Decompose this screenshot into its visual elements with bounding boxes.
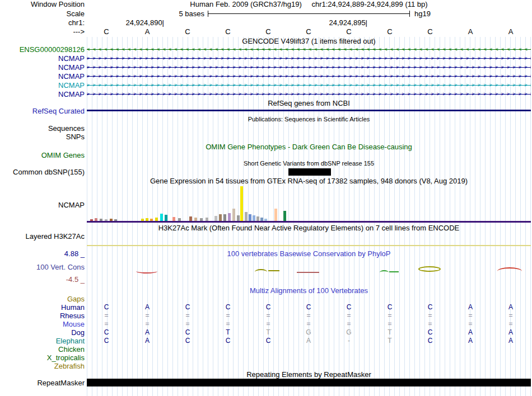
strand-arrows: >>>>>>>>>>>>>>>>>>>>>>>>>>>>>>>>>>>>>>>>… (87, 54, 531, 63)
gtex-expression-bar[interactable] (146, 218, 148, 221)
gtex-expression-bar[interactable] (245, 212, 248, 221)
gtex-expression-bar[interactable] (219, 214, 222, 221)
gtex-expression-bar[interactable] (155, 218, 158, 221)
gtex-expression-bar[interactable] (100, 219, 102, 221)
gene-label[interactable]: ENSG00000298126 (0, 45, 85, 54)
omim-track-title[interactable]: OMIM Gene Phenotypes - Dark Green Can Be… (87, 143, 531, 151)
alignment-base: G (304, 328, 314, 337)
gtex-expression-bar[interactable] (283, 211, 286, 221)
gtex-expression-bar[interactable] (178, 218, 181, 221)
position-range: chr1:24,924,889-24,924,899 (11 bp) (311, 0, 427, 8)
gtex-expression-bar[interactable] (194, 218, 197, 221)
gtex-expression-bar[interactable] (200, 218, 203, 221)
gene-track[interactable]: <<<<<<<<<<<<<<<<<<<<<<<<<<<<<<<<<<<<<<<<… (87, 45, 531, 54)
species-label[interactable]: Gaps (0, 295, 85, 303)
gtex-expression-bar[interactable] (105, 219, 108, 221)
gene-row: NCMAP>>>>>>>>>>>>>>>>>>>>>>>>>>>>>>>>>>>… (0, 81, 532, 89)
gtex-expression-bar[interactable] (228, 213, 231, 221)
gtex-expression-bar[interactable] (189, 216, 192, 221)
phylop-track-title[interactable]: 100 vertebrates Basewise Conservation by… (87, 250, 531, 258)
refseq-track-title[interactable]: RefSeq genes from NCBI (87, 99, 531, 107)
phylop-mark[interactable] (418, 266, 441, 272)
gtex-expression-bar[interactable] (90, 219, 93, 221)
gencode-track-title[interactable]: GENCODE V49lift37 (1 items filtered out) (87, 37, 531, 45)
alignment-base: = (263, 312, 273, 320)
gene-track[interactable]: >>>>>>>>>>>>>>>>>>>>>>>>>>>>>>>>>>>>>>>>… (87, 63, 531, 72)
repeatmasker-element[interactable] (87, 379, 531, 386)
refseq-curated-label[interactable]: RefSeq Curated (0, 107, 85, 115)
gtex-expression-bar[interactable] (237, 215, 240, 221)
gene-label[interactable]: NCMAP (0, 72, 85, 81)
gencode-header-row: GENCODE V49lift37 (1 items filtered out) (0, 37, 532, 45)
gtex-expression-bar[interactable] (260, 218, 263, 221)
phylop-label[interactable]: 100 Vert. Cons (0, 263, 85, 271)
gtex-expression-bar[interactable] (274, 209, 277, 221)
gtex-expression-bar[interactable] (110, 219, 113, 221)
gtex-expression-bar[interactable] (95, 218, 97, 221)
species-label[interactable]: Zebrafish (0, 362, 85, 370)
gtex-expression-bar[interactable] (172, 217, 175, 221)
gene-track[interactable]: >>>>>>>>>>>>>>>>>>>>>>>>>>>>>>>>>>>>>>>>… (87, 90, 531, 98)
refseq-header-row: RefSeq genes from NCBI (0, 99, 532, 107)
species-label[interactable]: Elephant (0, 337, 85, 345)
species-label[interactable]: Dog (0, 328, 85, 337)
gene-track[interactable]: >>>>>>>>>>>>>>>>>>>>>>>>>>>>>>>>>>>>>>>>… (87, 54, 531, 63)
gene-track[interactable]: >>>>>>>>>>>>>>>>>>>>>>>>>>>>>>>>>>>>>>>>… (87, 72, 531, 81)
species-label[interactable]: Mouse (0, 320, 85, 328)
gtex-expression-bar[interactable] (214, 216, 217, 221)
species-label[interactable]: Rhesus (0, 312, 85, 320)
phylop-mark[interactable] (389, 271, 399, 273)
refseq-curated-track[interactable] (87, 110, 531, 111)
gtex-baseline[interactable] (87, 221, 531, 223)
omim-genes-label[interactable]: OMIM Genes (0, 151, 85, 159)
gtex-expression-bar[interactable] (264, 219, 267, 221)
gene-label[interactable]: NCMAP (0, 63, 85, 72)
species-label[interactable]: Human (0, 303, 85, 312)
repeatmasker-label[interactable]: RepeatMasker (0, 379, 85, 387)
alignment-base: A (465, 328, 475, 337)
phylop-mark[interactable] (497, 267, 522, 271)
gtex-expression-bar[interactable] (160, 214, 163, 221)
phylop-mark[interactable] (255, 269, 267, 272)
h3k27ac-signal-line[interactable] (87, 245, 531, 246)
gtex-track-title[interactable]: Gene Expression in 54 tissues from GTEx … (87, 177, 531, 185)
gtex-gene-label[interactable]: NCMAP (0, 201, 85, 209)
species-label[interactable]: X_tropicalis (0, 353, 85, 362)
repeatmasker-track-title[interactable]: Repeating Elements by RepeatMasker (87, 370, 531, 379)
gtex-expression-bar[interactable] (256, 216, 259, 221)
gtex-expression-bar[interactable] (150, 219, 153, 221)
publications-track-title[interactable]: Publications: Sequences in Scientific Ar… (87, 116, 531, 123)
sequences-label[interactable]: Sequences (0, 124, 85, 133)
gene-label[interactable]: NCMAP (0, 54, 85, 63)
gtex-expression-bar[interactable] (165, 215, 167, 221)
dbsnp-label[interactable]: Common dbSNP(155) (0, 168, 85, 176)
h3k27ac-label[interactable]: Layered H3K27Ac (0, 232, 85, 241)
snps-label[interactable]: SNPs (0, 133, 85, 141)
gene-track[interactable]: >>>>>>>>>>>>>>>>>>>>>>>>>>>>>>>>>>>>>>>>… (87, 81, 531, 89)
gene-label[interactable]: NCMAP (0, 90, 85, 98)
alignment-row: Gaps (0, 295, 532, 303)
multiz-track-title[interactable]: Multiz Alignments of 100 Vertebrates (87, 286, 531, 295)
species-label[interactable]: Chicken (0, 345, 85, 353)
alignment-base: = (304, 320, 314, 328)
gtex-expression-bar[interactable] (114, 219, 117, 221)
gene-label[interactable]: NCMAP (0, 81, 85, 89)
ucsc-genome-browser: Window Position Human Feb. 2009 (GRCh37/… (0, 0, 532, 396)
gtex-expression-bar[interactable] (232, 209, 235, 221)
gtex-expression-bar[interactable] (253, 215, 255, 221)
phylop-mark[interactable] (268, 270, 279, 272)
alignment-base: = (263, 320, 273, 328)
strand-arrows: >>>>>>>>>>>>>>>>>>>>>>>>>>>>>>>>>>>>>>>>… (87, 72, 531, 81)
gtex-expression-bar[interactable] (223, 214, 226, 221)
h3k27ac-row: Layered H3K27Ac (0, 232, 532, 241)
dbsnp-track-title[interactable]: Short Genetic Variants from dbSNP releas… (87, 160, 531, 167)
gtex-expression-bar[interactable] (141, 219, 144, 221)
phylop-mark[interactable] (297, 272, 319, 274)
gtex-expression-bar[interactable] (249, 214, 251, 221)
h3k27ac-track-title[interactable]: H3K27Ac Mark (Often Found Near Active Re… (87, 224, 531, 232)
gtex-expression-bar[interactable] (240, 186, 243, 221)
gtex-expression-bar[interactable] (206, 218, 208, 221)
dbsnp-variant[interactable] (288, 168, 331, 176)
phylop-mark[interactable] (380, 270, 389, 272)
coord-tick-right: 24,924,895| (324, 18, 367, 27)
